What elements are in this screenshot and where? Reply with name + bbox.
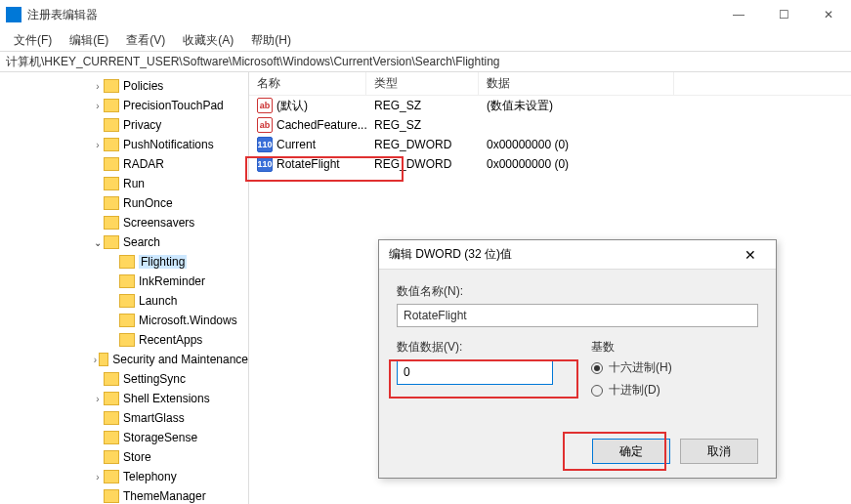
value-row[interactable]: 110RotateFlightREG_DWORD0x00000000 (0) bbox=[249, 154, 851, 174]
tree-item-label: Screensavers bbox=[123, 216, 194, 230]
tree-item-label: Store bbox=[123, 450, 151, 464]
chevron-right-icon[interactable]: › bbox=[92, 355, 99, 365]
tree-item-label: RunOnce bbox=[123, 196, 173, 210]
tree-item[interactable]: InkReminder bbox=[0, 272, 248, 291]
tree-item[interactable]: SettingSync bbox=[0, 369, 248, 389]
base-label: 基数 bbox=[591, 339, 758, 356]
tree-item-label: Privacy bbox=[123, 118, 161, 132]
chevron-right-icon[interactable]: › bbox=[92, 140, 104, 150]
value-type: REG_DWORD bbox=[366, 157, 479, 171]
radio-dec-label: 十进制(D) bbox=[609, 382, 660, 399]
tree-item[interactable]: RADAR bbox=[0, 154, 248, 174]
folder-icon bbox=[104, 392, 119, 405]
tree-item[interactable]: RunOnce bbox=[0, 193, 248, 213]
folder-icon bbox=[104, 235, 119, 249]
chevron-down-icon[interactable]: ⌄ bbox=[92, 237, 104, 248]
tree-item-label: Search bbox=[123, 235, 160, 249]
tree-item[interactable]: Microsoft.Windows bbox=[0, 311, 248, 330]
tree-item[interactable]: RecentApps bbox=[0, 330, 248, 350]
radio-hex-icon bbox=[591, 362, 603, 374]
tree-item[interactable]: ›Policies bbox=[0, 76, 248, 96]
maximize-button[interactable]: ☐ bbox=[761, 0, 806, 29]
tree-item[interactable]: Run bbox=[0, 174, 248, 193]
tree-item[interactable]: Launch bbox=[0, 291, 248, 311]
folder-icon bbox=[119, 314, 135, 327]
folder-icon bbox=[104, 470, 119, 483]
tree-item-label: Policies bbox=[123, 79, 163, 93]
tree-item-label: InkReminder bbox=[139, 274, 205, 288]
tree-item[interactable]: ›PrecisionTouchPad bbox=[0, 96, 248, 115]
dialog-close-button[interactable]: ✕ bbox=[735, 243, 766, 267]
registry-tree[interactable]: ›Policies›PrecisionTouchPadPrivacy›PushN… bbox=[0, 72, 249, 504]
ok-button[interactable]: 确定 bbox=[592, 439, 670, 464]
value-row[interactable]: ab(默认)REG_SZ(数值未设置) bbox=[249, 96, 851, 115]
folder-icon bbox=[119, 333, 135, 347]
folder-icon bbox=[104, 99, 119, 112]
tree-item[interactable]: Privacy bbox=[0, 115, 248, 135]
close-button[interactable]: ✕ bbox=[806, 0, 851, 29]
tree-item[interactable]: ›Telephony bbox=[0, 467, 248, 486]
col-type[interactable]: 类型 bbox=[366, 72, 479, 95]
tree-item-label: RecentApps bbox=[139, 333, 202, 347]
value-data: 0x00000000 (0) bbox=[479, 157, 674, 171]
tree-item[interactable]: ›PushNotifications bbox=[0, 135, 248, 154]
col-data[interactable]: 数据 bbox=[479, 72, 674, 95]
minimize-button[interactable]: — bbox=[716, 0, 761, 29]
tree-item-label: Flighting bbox=[139, 255, 187, 269]
folder-icon bbox=[104, 79, 119, 93]
tree-item[interactable]: ›Security and Maintenance bbox=[0, 350, 248, 369]
value-data: 0x00000000 (0) bbox=[479, 138, 674, 151]
folder-icon bbox=[104, 118, 119, 132]
list-header: 名称 类型 数据 bbox=[249, 72, 851, 96]
folder-icon bbox=[119, 255, 135, 269]
edit-dword-dialog: 编辑 DWORD (32 位)值 ✕ 数值名称(N): RotateFlight… bbox=[378, 239, 777, 479]
tree-item-label: PrecisionTouchPad bbox=[123, 99, 224, 112]
tree-item-label: Run bbox=[123, 177, 145, 190]
value-data-input[interactable] bbox=[397, 359, 553, 385]
window-title: 注册表编辑器 bbox=[27, 7, 98, 23]
tree-item-label: StorageSense bbox=[123, 431, 197, 444]
chevron-right-icon[interactable]: › bbox=[92, 81, 104, 92]
menubar: 文件(F) 编辑(E) 查看(V) 收藏夹(A) 帮助(H) bbox=[0, 29, 851, 51]
menu-favorites[interactable]: 收藏夹(A) bbox=[175, 30, 241, 51]
tree-item[interactable]: Flighting bbox=[0, 252, 248, 272]
value-name-field: RotateFlight bbox=[397, 304, 758, 327]
radio-hex[interactable]: 十六进制(H) bbox=[591, 359, 758, 376]
value-name: RotateFlight bbox=[277, 157, 340, 171]
col-name[interactable]: 名称 bbox=[249, 72, 366, 95]
menu-edit[interactable]: 编辑(E) bbox=[62, 30, 116, 51]
value-row[interactable]: 110CurrentREG_DWORD0x00000000 (0) bbox=[249, 135, 851, 154]
menu-file[interactable]: 文件(F) bbox=[6, 30, 60, 51]
tree-item[interactable]: StorageSense bbox=[0, 428, 248, 447]
tree-item[interactable]: ThemeManager bbox=[0, 486, 248, 504]
value-name: (默认) bbox=[277, 98, 308, 114]
tree-item[interactable]: Screensavers bbox=[0, 213, 248, 232]
chevron-right-icon[interactable]: › bbox=[92, 394, 104, 404]
tree-item[interactable]: Store bbox=[0, 447, 248, 467]
chevron-right-icon[interactable]: › bbox=[92, 101, 104, 111]
string-value-icon: ab bbox=[257, 98, 273, 113]
folder-icon bbox=[104, 489, 119, 503]
folder-icon bbox=[104, 450, 119, 464]
tree-item[interactable]: ⌄Search bbox=[0, 232, 248, 252]
folder-icon bbox=[104, 196, 119, 210]
value-name-label: 数值名称(N): bbox=[397, 283, 758, 300]
tree-item-label: Security and Maintenance bbox=[112, 353, 248, 366]
menu-help[interactable]: 帮助(H) bbox=[243, 30, 299, 51]
chevron-right-icon[interactable]: › bbox=[92, 472, 104, 483]
menu-view[interactable]: 查看(V) bbox=[118, 30, 173, 51]
folder-icon bbox=[104, 177, 119, 190]
value-row[interactable]: abCachedFeature...REG_SZ bbox=[249, 115, 851, 135]
address-bar[interactable]: 计算机\HKEY_CURRENT_USER\Software\Microsoft… bbox=[0, 51, 851, 72]
folder-icon bbox=[104, 138, 119, 151]
tree-item[interactable]: SmartGlass bbox=[0, 408, 248, 428]
folder-icon bbox=[104, 216, 119, 230]
tree-item[interactable]: ›Shell Extensions bbox=[0, 389, 248, 408]
tree-item-label: Shell Extensions bbox=[123, 392, 210, 405]
folder-icon bbox=[119, 274, 135, 288]
dialog-title: 编辑 DWORD (32 位)值 bbox=[389, 246, 512, 263]
cancel-button[interactable]: 取消 bbox=[680, 439, 758, 464]
radio-dec[interactable]: 十进制(D) bbox=[591, 382, 758, 399]
folder-icon bbox=[119, 294, 135, 308]
folder-icon bbox=[104, 431, 119, 444]
